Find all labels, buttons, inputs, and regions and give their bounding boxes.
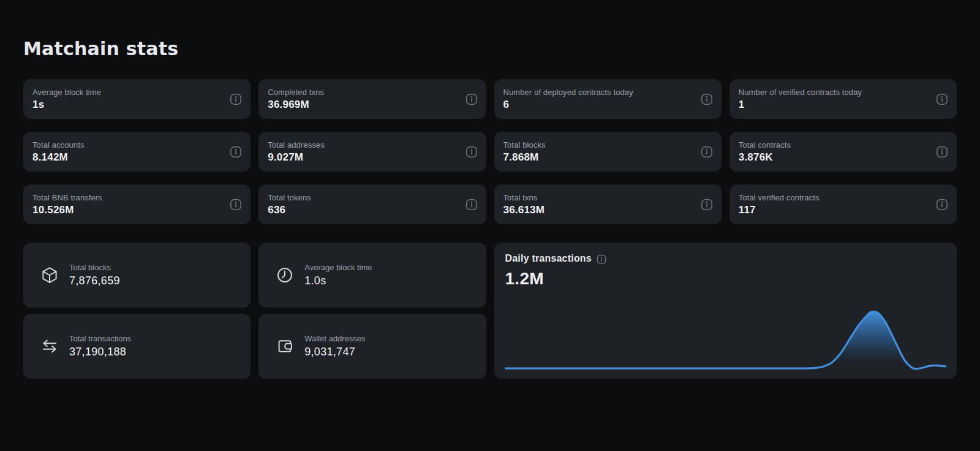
info-icon[interactable] [597,254,606,264]
stat-card-total-txns: Total txns 36.613M [494,184,722,224]
daily-transactions-chart-svg [505,307,947,374]
big-card-value: 37,190,188 [69,346,131,358]
info-icon[interactable] [466,146,478,158]
big-card-label: Total transactions [69,334,131,343]
big-card-average-block-time: Average block time 1.0s [258,243,486,308]
info-icon[interactable] [466,199,478,211]
cube-icon [40,266,59,284]
info-icon[interactable] [936,199,948,211]
stat-value: 3.876K [739,151,791,164]
info-icon[interactable] [230,146,242,158]
stat-card-total-blocks: Total blocks 7.868M [494,132,722,172]
stat-card-total-verified-contracts: Total verified contracts 117 [729,184,957,224]
stat-card-total-contracts: Total contracts 3.876K [729,132,957,172]
stat-value: 10.526M [32,204,102,216]
big-card-value: 9,031,747 [304,346,365,358]
stat-label: Total BNB transfers [32,193,102,202]
daily-transactions-card: Daily transactions 1.2M [494,243,957,379]
info-icon[interactable] [466,93,478,105]
matchain-stats-page: Matchain stats Average block time 1s Com… [0,0,980,379]
stat-label: Total contracts [739,140,791,150]
stat-card-completed-txns: Completed txns 36.969M [258,79,486,119]
daily-transactions-chart[interactable] [505,307,947,374]
stat-value: 1 [739,99,862,111]
page-title: Matchain stats [23,38,957,59]
stat-value: 6 [503,99,633,111]
stat-value: 117 [739,204,820,216]
stat-label: Number of deployed contracts today [503,88,633,97]
daily-transactions-title: Daily transactions [505,253,592,264]
big-card-total-blocks: Total blocks 7,876,659 [23,243,251,308]
info-icon[interactable] [230,93,242,105]
stat-card-total-tokens: Total tokens 636 [258,184,486,224]
info-icon[interactable] [936,93,948,105]
stat-card-total-addresses: Total addresses 9.027M [258,132,486,172]
stat-value: 8.142M [32,151,85,164]
info-icon[interactable] [701,93,713,105]
big-card-label: Wallet addresses [304,334,365,343]
stat-card-verified-contracts-today: Number of verified contracts today 1 [729,79,957,119]
swap-arrows-icon [40,337,59,355]
chart-area-fill [505,312,947,370]
stat-label: Total blocks [503,140,546,150]
stat-value: 9.027M [268,151,325,164]
info-icon[interactable] [936,146,948,158]
stat-card-total-bnb-transfers: Total BNB transfers 10.526M [23,184,251,224]
stat-label: Total addresses [268,140,325,150]
big-card-wallet-addresses: Wallet addresses 9,031,747 [258,314,486,379]
bottom-section: Total blocks 7,876,659 Average block tim… [23,243,957,379]
stat-label: Average block time [32,88,101,97]
big-card-label: Average block time [304,263,372,272]
stat-card-deployed-contracts-today: Number of deployed contracts today 6 [494,79,722,119]
stat-label: Completed txns [268,88,324,97]
info-icon[interactable] [701,146,713,158]
info-icon[interactable] [701,199,713,211]
stat-value: 1s [32,99,101,111]
stat-card-total-accounts: Total accounts 8.142M [23,132,251,172]
stat-label: Total accounts [32,140,85,150]
stats-grid: Average block time 1s Completed txns 36.… [23,79,957,224]
info-icon[interactable] [230,199,242,211]
stat-card-average-block-time: Average block time 1s [23,79,251,119]
stat-label: Total tokens [268,193,311,202]
big-card-total-transactions: Total transactions 37,190,188 [23,314,251,379]
wallet-icon [276,337,294,355]
stat-label: Total txns [503,193,545,202]
daily-transactions-value: 1.2M [505,269,946,289]
stat-label: Total verified contracts [739,193,820,202]
stat-value: 636 [268,204,311,216]
stat-value: 36.613M [503,204,545,216]
big-card-value: 1.0s [304,275,372,287]
big-card-label: Total blocks [69,263,120,272]
stat-label: Number of verified contracts today [739,88,862,97]
clock-icon [276,266,294,284]
big-card-value: 7,876,659 [69,275,120,287]
stat-value: 36.969M [268,99,324,111]
stat-value: 7.868M [503,151,546,164]
